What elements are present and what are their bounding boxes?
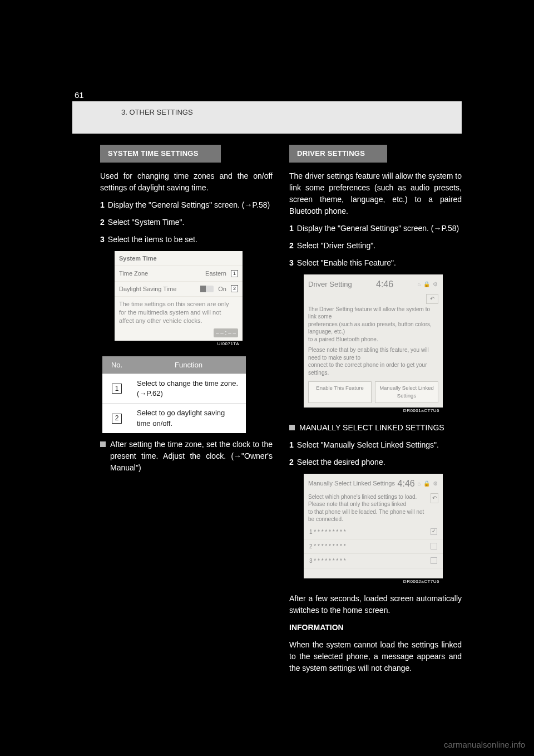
table-row: 2 Select to go daylight saving time on/o… xyxy=(102,404,246,433)
table-header-no: No. xyxy=(102,356,131,374)
table-header-function: Function xyxy=(131,356,246,374)
breadcrumb: 3. OTHER SETTINGS xyxy=(121,108,193,116)
step-number: 1 xyxy=(100,199,105,211)
step-number: 3 xyxy=(100,234,105,246)
screenshot-title: Driver Setting xyxy=(308,279,352,290)
step-text: Select "Driver Setting". xyxy=(297,240,375,252)
step-3: 3 Select "Enable this Feature". xyxy=(289,257,462,269)
back-button-icon: – – : – – xyxy=(214,328,238,337)
step-text: Select the desired phone. xyxy=(297,456,385,468)
manually-select-button: Manually Select Linked Settings xyxy=(375,381,438,403)
step-number: 1 xyxy=(289,223,294,234)
page-number: 61 xyxy=(75,90,84,100)
clock: 4:46 xyxy=(376,278,393,291)
numbox-2: 2 xyxy=(112,414,122,424)
desc-line: to a paired Bluetooth phone. xyxy=(308,336,438,343)
section-heading-driver-settings: DRIVER SETTINGS xyxy=(289,145,387,163)
section-heading-system-time: SYSTEM TIME SETTINGS xyxy=(100,145,221,163)
step-number: 2 xyxy=(100,217,105,228)
status-icons: ⌂ 🔒 ⚙ xyxy=(417,280,438,288)
screenshot-title: System Time xyxy=(115,251,243,267)
row-value: On xyxy=(218,284,226,294)
list-item-label: 2 * * * * * * * * * xyxy=(309,542,346,551)
toggle-icon xyxy=(200,286,214,292)
step-2: 2 Select "System Time". xyxy=(100,217,273,228)
bullet-text: MANUALLY SELECT LINKED SETTINGS xyxy=(299,422,444,434)
table-cell-function: Select to go daylight saving time on/off… xyxy=(131,404,246,433)
clock: 4:46 xyxy=(398,477,415,490)
step-number: 2 xyxy=(289,240,294,252)
hint-line: to that phone will be loaded. The phone … xyxy=(308,508,431,523)
m-step-2: 2 Select the desired phone. xyxy=(289,456,462,468)
row-dst: Daylight Saving Time On 2 xyxy=(115,282,243,297)
step-text: Select the items to be set. xyxy=(108,234,197,246)
back-icon: ↶ xyxy=(431,493,438,503)
row-time-zone: Time Zone Eastern 1 xyxy=(115,266,243,282)
list-item-label: 1 * * * * * * * * * xyxy=(309,528,346,536)
desc-line: Please note that by enabling this featur… xyxy=(308,346,438,361)
info-bullet: After setting the time zone, set the clo… xyxy=(100,439,273,474)
row-value: Eastern xyxy=(205,269,226,278)
note-line: affect any other vehicle clocks. xyxy=(119,317,238,325)
screenshot-id: DR0001aCT7U6 xyxy=(304,408,443,414)
right-column: DRIVER SETTINGS The driver settings feat… xyxy=(289,145,462,680)
function-table: No. Function 1 Select to change the time… xyxy=(102,356,246,433)
row-label: Time Zone xyxy=(119,269,148,278)
status-icons: ⌂ 🔒 ⚙ xyxy=(417,479,438,488)
check-icon xyxy=(431,557,437,564)
bullet-icon xyxy=(100,441,106,447)
step-text: Display the "General Settings" screen. (… xyxy=(297,223,459,234)
m-step-1: 1 Select "Manually Select Linked Setting… xyxy=(289,439,462,451)
screenshot-driver-setting: Driver Setting 4:46 ⌂ 🔒 ⚙ ↶ The Driver S… xyxy=(304,274,443,414)
back-icon: ↶ xyxy=(426,294,438,304)
table-cell-function: Select to change the time zone. (→P.62) xyxy=(131,374,246,404)
list-item-label: 3 * * * * * * * * * xyxy=(309,557,346,565)
desc-line: The Driver Setting feature will allow th… xyxy=(308,306,438,321)
step-text: Select "Enable this Feature". xyxy=(297,257,396,269)
bullet-text: After setting the time zone, set the clo… xyxy=(110,439,273,474)
screenshot-title: Manually Select Linked Settings xyxy=(308,479,395,488)
header-band: 3. OTHER SETTINGS xyxy=(72,101,462,134)
step-text: Display the "General Settings" screen. (… xyxy=(108,199,270,211)
bullet-icon xyxy=(289,425,295,430)
check-icon xyxy=(431,543,437,549)
subheading-manually-select: MANUALLY SELECT LINKED SETTINGS xyxy=(289,422,462,434)
left-column: SYSTEM TIME SETTINGS Used for changing t… xyxy=(100,145,273,680)
intro-text: The driver settings feature will allow t… xyxy=(289,170,462,217)
information-text: When the system cannot load the settings… xyxy=(289,639,462,674)
screenshot-id: DR0002aCT7U6 xyxy=(304,578,443,585)
list-item: 2 * * * * * * * * * xyxy=(304,539,443,554)
list-item: 3 * * * * * * * * * xyxy=(304,554,443,568)
numbox-1: 1 xyxy=(112,384,122,394)
screenshot-manually-select: Manually Select Linked Settings 4:46 ⌂ 🔒… xyxy=(304,474,443,585)
step-1: 1 Display the "General Settings" screen.… xyxy=(100,199,273,211)
information-heading: INFORMATION xyxy=(289,622,462,634)
enable-feature-button: Enable This Feature xyxy=(308,381,372,403)
step-1: 1 Display the "General Settings" screen.… xyxy=(289,223,462,234)
row-label: Daylight Saving Time xyxy=(119,284,176,294)
check-icon: ✓ xyxy=(431,528,437,535)
note-line: The time settings on this screen are onl… xyxy=(119,300,238,308)
callout-marker-1: 1 xyxy=(231,270,238,277)
intro-text: Used for changing time zones and the on/… xyxy=(100,170,273,194)
step-2: 2 Select "Driver Setting". xyxy=(289,240,462,252)
hint-line: Select which phone's linked settings to … xyxy=(308,493,431,508)
screenshot-note: The time settings on this screen are onl… xyxy=(115,297,243,326)
list-item: 1 * * * * * * * * * ✓ xyxy=(304,525,443,539)
step-number: 2 xyxy=(289,456,294,468)
table-row: 1 Select to change the time zone. (→P.62… xyxy=(102,374,246,404)
step-number: 1 xyxy=(289,439,294,451)
desc-line: connect to the correct phone in order to… xyxy=(308,361,438,376)
screenshot-id: UI0071TA xyxy=(115,341,243,347)
screenshot-system-time: System Time Time Zone Eastern 1 Daylight… xyxy=(115,251,243,347)
step-3: 3 Select the items to be set. xyxy=(100,234,273,246)
callout-marker-2: 2 xyxy=(231,285,238,292)
step-number: 3 xyxy=(289,257,294,269)
after-text: After a few seconds, loaded screen autom… xyxy=(289,593,462,616)
step-text: Select "Manually Select Linked Settings"… xyxy=(297,439,439,451)
desc-line: preferences (such as audio presets, butt… xyxy=(308,321,438,336)
watermark: carmanualsonline.info xyxy=(444,740,525,749)
step-text: Select "System Time". xyxy=(108,217,185,228)
note-line: for the multimedia system and will not xyxy=(119,308,238,317)
